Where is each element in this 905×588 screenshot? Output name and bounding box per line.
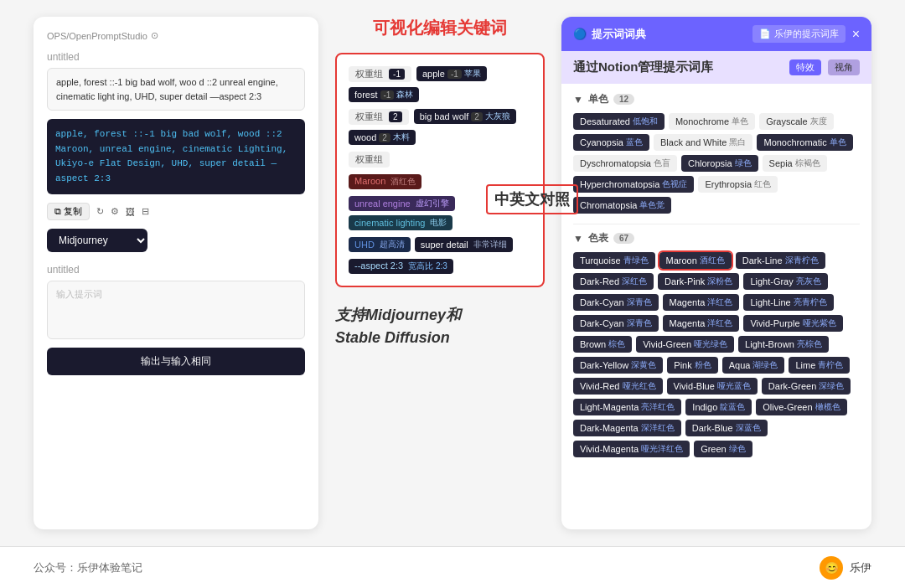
settings-icon[interactable]: ⚙ (111, 206, 119, 217)
tag-maroon[interactable]: Maroon 酒红色 (349, 174, 421, 189)
untitled-label-1: untitled (47, 51, 305, 63)
ops-header: OPS/OpenPromptStudio ⊙ (47, 30, 305, 41)
tag-super-detail[interactable]: super detail 非常详细 (415, 237, 513, 252)
tag-olive-green[interactable]: Olive-Green 橄榄色 (756, 399, 846, 415)
tag-cyanopsia[interactable]: Cyanopsia 蓝色 (573, 134, 649, 151)
github-icon: ⊙ (151, 30, 158, 41)
tag-cinematic-lighting[interactable]: cinematic lighting 电影 (349, 215, 452, 230)
tag-big-bad-wolf[interactable]: big bad wolf 2 大灰狼 (414, 109, 516, 124)
weight-label-3: 权重组 (349, 152, 390, 168)
dict-title: 提示词词典 (592, 27, 646, 42)
tag-vivid-magenta[interactable]: Vivid-Magenta 哑光洋红色 (573, 441, 690, 457)
aspect-row: --aspect 2:3 宽高比 2:3 (349, 259, 531, 274)
tag-grayscale[interactable]: Grayscale 灰度 (759, 113, 834, 130)
tag-desaturated[interactable]: Desaturated 低饱和 (573, 113, 665, 130)
section-mono-label: 单色 (588, 92, 608, 106)
ops-label: OPS/OpenPromptStudio (47, 31, 147, 41)
tag-magenta[interactable]: Magenta 洋红色 (663, 294, 740, 311)
section-mono-count: 12 (613, 94, 634, 105)
tag-dark-blue[interactable]: Dark-Blue 深蓝色 (685, 420, 768, 436)
output-button[interactable]: 输出与输入相同 (47, 348, 305, 375)
tag-forest[interactable]: forest -1 森林 (349, 87, 419, 102)
tag-aspect[interactable]: --aspect 2:3 宽高比 2:3 (349, 259, 453, 274)
left-panel: OPS/OpenPromptStudio ⊙ untitled apple, f… (34, 17, 318, 529)
prompt-input-box[interactable]: apple, forest ::-1 big bad wolf, woo d :… (47, 68, 305, 111)
tag-light-line[interactable]: Light-Line 亮青柠色 (743, 294, 833, 311)
tag-erythropsia[interactable]: Erythropsia 红色 (698, 176, 778, 193)
tag-dark-cyan[interactable]: Dark-Cyan 深青色 (573, 294, 659, 311)
section-mono-header: ▼ 单色 12 (573, 92, 860, 106)
tag-sepia[interactable]: Sepia 棕褐色 (763, 155, 827, 172)
notion-title: 通过Notion管理提示词库 (573, 59, 783, 75)
weight-group-2: 权重组 2 big bad wolf 2 大灰狼 wood 2 木料 (349, 109, 531, 145)
midjourney-annotation: 支持Midjourney和 Stable Diffusion (335, 304, 545, 349)
special-tag[interactable]: 特效 (789, 59, 821, 75)
model-select[interactable]: MidjourneyStable Diffusion (47, 229, 147, 252)
tag-light-magenta[interactable]: Light-Magenta 亮洋红色 (573, 399, 681, 415)
close-button[interactable]: × (852, 27, 860, 42)
tag-maroon-dict[interactable]: Maroon 酒红色 (659, 252, 732, 269)
tag-chromatopsia[interactable]: Chromatopsia 单色觉 (573, 197, 671, 214)
right-panel: 🔵 提示词词典 📄 乐伊的提示词库 × 通过Notion管理提示词库 特效 视角 (561, 17, 871, 529)
tag-dark-green[interactable]: Dark-Green 深绿色 (762, 378, 851, 395)
content-area: OPS/OpenPromptStudio ⊙ untitled apple, f… (0, 0, 905, 546)
tag-chloropsia[interactable]: Chloropsia 绿色 (681, 155, 758, 172)
tag-vivid-blue[interactable]: Vivid-Blue 哑光蓝色 (667, 378, 758, 395)
tag-black-and-white[interactable]: Black and White 黑白 (654, 134, 752, 151)
copy-button[interactable]: ⧉ 复制 (47, 203, 90, 220)
section-divider (573, 224, 860, 224)
angle-tag[interactable]: 视角 (828, 59, 860, 75)
tag-dark-magenta[interactable]: Dark-Magenta 深洋红色 (573, 420, 681, 436)
tag-light-gray[interactable]: Light-Gray 亮灰色 (743, 273, 827, 290)
weight-group-3: 权重组 (349, 152, 531, 168)
tag-dark-yellow[interactable]: Dark-Yellow 深黄色 (573, 357, 663, 374)
dict-icon: 🔵 (573, 28, 587, 40)
terminal-text: apple, forest ::-1 big bad wolf, wood ::… (55, 129, 287, 183)
notion-library-button[interactable]: 📄 乐伊的提示词库 (752, 25, 846, 43)
section-color-count: 67 (613, 233, 634, 244)
tag-dark-line[interactable]: Dark-Line 深青柠色 (736, 252, 825, 269)
tag-brown[interactable]: Brown 棕色 (573, 336, 632, 353)
color-tags: Turquoise 青绿色 Maroon 酒红色 Dark-Line 深青柠色 … (573, 252, 860, 457)
dict-header-left: 🔵 提示词词典 (573, 27, 646, 42)
tag-vivid-red[interactable]: Vivid-Red 哑光红色 (573, 378, 663, 395)
tag-vivid-purple[interactable]: Vivid-Purple 哑光紫色 (743, 315, 842, 332)
tag-dyschromatopsia[interactable]: Dyschromatopsia 色盲 (573, 155, 677, 172)
tag-aqua[interactable]: Aqua 湖绿色 (722, 357, 785, 374)
export-icon[interactable]: ⊟ (142, 206, 149, 217)
refresh-icon[interactable]: ↻ (96, 206, 104, 217)
tag-dark-pink[interactable]: Dark-Pink 深粉色 (658, 273, 739, 290)
tag-indigo[interactable]: Indigo 靛蓝色 (685, 399, 752, 415)
tag-turquoise[interactable]: Turquoise 青绿色 (573, 252, 655, 269)
notion-title-bar: 通过Notion管理提示词库 特效 视角 (561, 51, 871, 84)
tag-wood[interactable]: wood 2 木料 (349, 130, 416, 145)
main-container: OPS/OpenPromptStudio ⊙ untitled apple, f… (0, 0, 905, 588)
tag-monochromatic[interactable]: Monochromatic 单色 (757, 134, 852, 151)
tag-green[interactable]: Green 绿色 (694, 441, 752, 457)
tag-lime[interactable]: Lime 青柠色 (789, 357, 850, 374)
tag-unreal-engine[interactable]: unreal engine 虚幻引擎 (349, 196, 455, 211)
toolbar-icons: ⧉ 复制 ↻ ⚙ 🖼 ⊟ (47, 203, 305, 220)
tag-dark-red[interactable]: Dark-Red 深红色 (573, 273, 654, 290)
tags-row-3: UHD 超高清 super detail 非常详细 (349, 237, 531, 252)
tag-dark-cyan-2[interactable]: Dark-Cyan 深青色 (573, 315, 659, 332)
tag-light-brown[interactable]: Light-Brown 亮棕色 (738, 336, 829, 353)
tag-magenta-2[interactable]: Magenta 洋红色 (663, 315, 740, 332)
section-color-header: ▼ 色表 67 (573, 231, 860, 245)
username: 乐伊 (850, 560, 871, 575)
avatar: 😊 (820, 556, 843, 580)
footer: 公众号：乐伊体验笔记 😊 乐伊 (0, 546, 905, 588)
tag-hyperchromatopsia[interactable]: Hyperchromatopsia 色视症 (573, 176, 694, 193)
tag-apple[interactable]: apple -1 苹果 (416, 66, 487, 81)
prompt-input-empty[interactable]: 输入提示词 (47, 281, 305, 339)
visual-edit-annotation: 可视化编辑关键词 (335, 17, 545, 39)
tag-uhd[interactable]: UHD 超高清 (349, 237, 411, 252)
section-color-label: 色表 (588, 231, 608, 245)
image-icon[interactable]: 🖼 (126, 207, 135, 217)
middle-panel: 可视化编辑关键词 权重组 -1 apple -1 苹果 forest -1 (335, 17, 545, 529)
bilingual-annotation: 中英文对照 (486, 184, 578, 214)
tag-pink[interactable]: Pink 粉色 (667, 357, 717, 374)
tag-vivid-green[interactable]: Vivid-Green 哑光绿色 (636, 336, 734, 353)
tag-monochrome[interactable]: Monochrome 单色 (669, 113, 755, 130)
mono-tags: Desaturated 低饱和 Monochrome 单色 Grayscale … (573, 113, 860, 214)
